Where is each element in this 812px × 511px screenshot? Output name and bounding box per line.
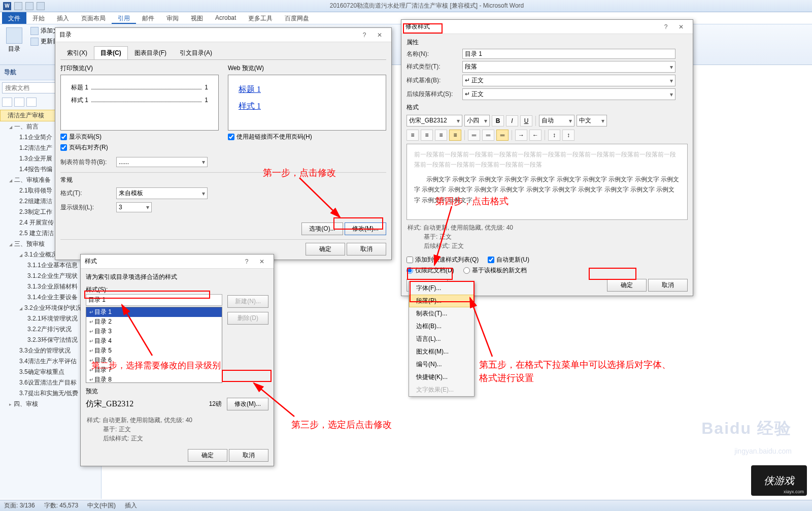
styles-ok-button[interactable]: 确定	[188, 449, 227, 462]
tab-baidu[interactable]: 百度网盘	[279, 12, 315, 24]
tab-file[interactable]: 文件	[2, 12, 26, 24]
modify-cancel-button[interactable]: 取消	[648, 279, 688, 292]
based-on-combo[interactable]: ↵ 正文	[462, 75, 675, 86]
status-lang[interactable]: 中文(中国)	[87, 501, 116, 510]
levels-spinner[interactable]: 3	[116, 202, 152, 212]
style-list-item[interactable]: ↵目录 2	[86, 317, 222, 327]
use-hyperlinks-checkbox[interactable]: 使用超链接而不使用页码(H)	[228, 133, 386, 141]
tab-acrobat[interactable]: Acrobat	[209, 12, 242, 24]
linespacing15-button[interactable]: ═	[482, 130, 494, 141]
style-list-item[interactable]: ↵目录 7	[86, 365, 222, 375]
indent-inc-button[interactable]: →	[515, 130, 527, 141]
align-right-button[interactable]: ≡	[435, 130, 447, 141]
tab-insert[interactable]: 插入	[51, 12, 75, 24]
tab-more[interactable]: 更多工具	[242, 12, 279, 24]
nav-view-results-icon[interactable]	[26, 98, 37, 107]
styles-dialog-title: 样式	[85, 257, 97, 266]
tab-view[interactable]: 视图	[185, 12, 209, 24]
ok-button[interactable]: 确定	[306, 243, 345, 256]
bold-button[interactable]: B	[492, 115, 504, 126]
indent-dec-button[interactable]: ←	[529, 130, 542, 141]
next-style-combo[interactable]: ↵ 正文	[462, 88, 675, 100]
style-list-item[interactable]: ↵目录 5	[86, 346, 222, 356]
italic-button[interactable]: I	[506, 115, 518, 126]
add-quick-checkbox[interactable]: 添加到快速样式列表(Q)	[407, 256, 479, 264]
styles-cancel-button[interactable]: 取消	[229, 449, 268, 462]
show-pagenum-checkbox[interactable]: 显示页码(S)	[60, 133, 219, 141]
styles-modify-button[interactable]: 修改(M)...	[227, 398, 268, 410]
format-menu-item: 文字效果(E)...	[409, 384, 474, 396]
modify-button[interactable]: 修改(M)...	[345, 222, 386, 235]
auto-update-checkbox[interactable]: 自动更新(U)	[488, 256, 529, 264]
right-align-checkbox[interactable]: 页码右对齐(R)	[60, 143, 219, 152]
options-button[interactable]: 选项(O)...	[301, 222, 343, 235]
status-page[interactable]: 页面: 3/136	[4, 501, 35, 510]
font-name-combo[interactable]: 仿宋_GB2312	[407, 115, 462, 126]
style-type-combo[interactable]: 段落	[462, 61, 675, 73]
styles-close-icon[interactable]: ✕	[254, 258, 269, 265]
tab-review[interactable]: 审阅	[160, 12, 185, 24]
nav-header: 导航	[4, 68, 16, 77]
style-list-item[interactable]: ↵目录 1	[86, 307, 222, 317]
format-menu-item[interactable]: 编号(N)...	[409, 358, 474, 371]
align-justify-button[interactable]: ≡	[449, 130, 461, 141]
format-menu-item[interactable]: 图文框(M)...	[409, 345, 474, 358]
modify-ok-button[interactable]: 确定	[607, 279, 647, 292]
tab-index[interactable]: 索引(X)	[60, 46, 94, 59]
toc-icon	[6, 27, 22, 44]
web-preview-box: 标题 1 样式 1	[228, 75, 386, 131]
tab-references[interactable]: 引用	[112, 12, 136, 24]
tab-figures[interactable]: 图表目录(F)	[128, 46, 173, 59]
modify-close-icon[interactable]: ✕	[673, 23, 689, 30]
toc-help-icon[interactable]: ?	[357, 31, 372, 39]
new-docs-radio[interactable]: 基于该模板的新文档	[463, 266, 527, 275]
align-left-button[interactable]: ≡	[407, 130, 419, 141]
style-list-item[interactable]: ↵目录 8	[86, 375, 222, 383]
toc-dialog-title: 目录	[59, 30, 72, 39]
status-insert[interactable]: 插入	[125, 501, 137, 510]
space-inc-button[interactable]: ↕	[548, 130, 560, 141]
toc-button[interactable]: 目录	[4, 26, 24, 62]
linespacing1-button[interactable]: ═	[468, 130, 480, 141]
style-list-item[interactable]: ↵目录 6	[86, 356, 222, 365]
tab-citations[interactable]: 引文目录(A)	[173, 46, 219, 59]
format-menu-item[interactable]: 字体(F)...	[409, 282, 474, 295]
font-size-combo[interactable]: 小四	[464, 115, 490, 126]
only-doc-radio[interactable]: 仅限此文档(D)	[407, 266, 454, 275]
styles-help-icon[interactable]: ?	[239, 258, 254, 265]
qat-save-icon[interactable]	[14, 2, 22, 10]
current-style-field[interactable]: 目录 1	[86, 294, 222, 306]
style-name-input[interactable]	[462, 49, 675, 59]
tab-layout[interactable]: 页面布局	[75, 12, 112, 24]
annotation-step5b: 格式进行设置	[479, 372, 534, 384]
style-listbox[interactable]: ↵目录 1↵目录 2↵目录 3↵目录 4↵目录 5↵目录 6↵目录 7↵目录 8…	[86, 307, 222, 383]
style-list-item[interactable]: ↵目录 4	[86, 336, 222, 346]
underline-button[interactable]: U	[520, 115, 532, 126]
lang-combo[interactable]: 中文	[577, 115, 607, 126]
space-dec-button[interactable]: ↕	[562, 130, 574, 141]
format-menu-item[interactable]: 语言(L)...	[409, 333, 474, 345]
style-list-item[interactable]: ↵目录 3	[86, 327, 222, 336]
align-center-button[interactable]: ≡	[421, 130, 433, 141]
qat-redo-icon[interactable]	[37, 2, 45, 10]
font-color-combo[interactable]: 自动	[539, 115, 574, 126]
qat-undo-icon[interactable]	[25, 2, 33, 10]
tab-leader-combo[interactable]: ......	[116, 157, 208, 167]
nav-view-headings-icon[interactable]	[2, 98, 12, 107]
tab-home[interactable]: 开始	[26, 12, 51, 24]
cancel-button[interactable]: 取消	[347, 243, 386, 256]
status-words[interactable]: 字数: 45,573	[44, 501, 78, 510]
format-menu-item[interactable]: 制表位(T)...	[409, 307, 474, 320]
format-dropdown-menu[interactable]: 字体(F)...段落(P)...制表位(T)...边框(B)...语言(L)..…	[409, 281, 475, 397]
modify-help-icon[interactable]: ?	[658, 23, 673, 30]
nav-view-pages-icon[interactable]	[14, 98, 24, 107]
toc-close-icon[interactable]: ✕	[372, 31, 387, 39]
format-menu-item[interactable]: 边框(B)...	[409, 320, 474, 333]
tab-toc[interactable]: 目录(C)	[94, 46, 128, 59]
format-menu-item[interactable]: 段落(P)...	[409, 295, 474, 307]
format-menu-item[interactable]: 快捷键(K)...	[409, 371, 474, 384]
print-preview-label: 打印预览(V)	[60, 64, 219, 73]
tab-mail[interactable]: 邮件	[136, 12, 160, 24]
format-combo[interactable]: 来自模板	[116, 187, 208, 199]
linespacing2-button[interactable]: ═	[496, 130, 509, 141]
